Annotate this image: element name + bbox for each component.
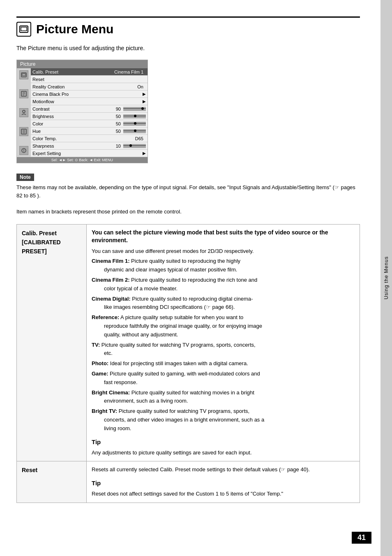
intro-text: The Picture menu is used for adjusting t… (16, 45, 360, 51)
svg-rect-4 (22, 74, 25, 76)
menu-item-brightness: Brightness 50 (31, 113, 148, 120)
table-row-calib-preset: Calib. Preset [CALIBRATED PRESET] You ca… (17, 224, 360, 461)
side-tab-text: Using the Menus (383, 256, 389, 299)
item-names-note: Item names in brackets represent those p… (16, 208, 360, 216)
desc-cinema-film1: Cinema Film 1: Picture quality suited to… (92, 257, 355, 274)
desc-cell-reset: Resets all currently selected Calib. Pre… (87, 461, 360, 503)
menu-item-expert: Expert Setting ▶ (31, 150, 148, 157)
tip-section-reset: Tip Reset does not affect settings saved… (92, 478, 355, 498)
desc-cinema-film2: Cinema Film 2: Picture quality suited to… (92, 276, 355, 293)
menu-item-cinema-black: Cinema Black Pro ▶ (31, 90, 148, 98)
menu-icon-2 (19, 89, 28, 98)
table-row-reset: Reset Resets all currently selected Cali… (17, 461, 360, 503)
note-label: Note (16, 174, 34, 181)
term-calib-bracket: [CALIBRATED PRESET] (22, 239, 61, 255)
desc-cell-calib: You can select the picture viewing mode … (87, 224, 360, 461)
menu-screenshot: Picture (16, 60, 148, 163)
desc-game: Game: Picture quality suited to gaming, … (92, 370, 355, 387)
menu-item-calib-preset: Calib. Preset Cinema Film 1 (31, 68, 148, 76)
menu-icon-5 (19, 146, 28, 155)
menu-icon-4 (19, 127, 28, 136)
desc-tv: TV: Picture quality suited for watching … (92, 341, 355, 358)
menu-item-reset: Reset (31, 76, 148, 83)
menu-title-bar: Picture (17, 60, 148, 68)
term-cell-calib: Calib. Preset [CALIBRATED PRESET] (17, 224, 87, 461)
page-number-container: 41 (352, 532, 371, 544)
tip-text-reset: Reset does not affect settings saved for… (92, 490, 355, 498)
desc-heading-calib: You can select the picture viewing mode … (92, 229, 355, 245)
desc-intro-calib: You can save and use different preset mo… (92, 247, 355, 256)
menu-item-contrast: Contrast 90 (31, 105, 148, 113)
desc-reference: Reference: A picture quality setup suita… (92, 313, 355, 339)
desc-reset-text: Resets all currently selected Calib. Pre… (92, 466, 355, 474)
menu-icon-3 (19, 108, 28, 117)
menu-item-color-temp: Color Temp. D65 (31, 135, 148, 142)
menu-items-col: Calib. Preset Cinema Film 1 Reset Realit… (31, 68, 148, 157)
tip-section-calib: Tip Any adjustments to picture quality s… (92, 437, 355, 457)
menu-icons-col (17, 68, 31, 157)
term-calib: Calib. Preset (22, 230, 57, 236)
term-reset: Reset (22, 467, 37, 473)
desc-bright-tv: Bright TV: Picture quality suited for wa… (92, 407, 355, 433)
page-header: Picture Menu (16, 16, 360, 37)
menu-item-color: Color 50 (31, 120, 148, 127)
menu-icon-1 (19, 70, 28, 79)
desc-bright-cinema: Bright Cinema: Picture quality suited fo… (92, 389, 355, 406)
desc-cinema-digital: Cinema Digital: Picture quality suited t… (92, 295, 355, 312)
menu-item-motionflow: Motionflow ▶ (31, 98, 148, 105)
desc-photo: Photo: Ideal for projecting still images… (92, 359, 355, 368)
term-cell-reset: Reset (17, 461, 87, 503)
page-number-box: 41 (352, 532, 371, 544)
note-box: Note These items may not be available, d… (16, 174, 360, 199)
menu-bottom-bar: Sel: ◄► Set: ⊙ Back: ◄ Exit: MENU (17, 157, 148, 163)
page-title-icon (16, 22, 31, 37)
page-title: Picture Menu (36, 22, 113, 36)
tip-text-calib: Any adjustments to picture quality setti… (92, 449, 355, 457)
tip-heading-reset: Tip (92, 478, 355, 488)
menu-item-sharpness: Sharpness 10 (31, 142, 148, 150)
note-text: These items may not be available, depend… (16, 183, 360, 199)
menu-item-hue: Hue 50 (31, 127, 148, 135)
menu-item-reality: Reality Creation On (31, 83, 148, 90)
content-table: Calib. Preset [CALIBRATED PRESET] You ca… (16, 224, 360, 503)
tip-heading-calib: Tip (92, 437, 355, 447)
svg-point-16 (23, 151, 24, 152)
svg-point-9 (23, 110, 25, 113)
svg-rect-1 (21, 27, 27, 31)
side-tab: Using the Menus (380, 0, 392, 556)
